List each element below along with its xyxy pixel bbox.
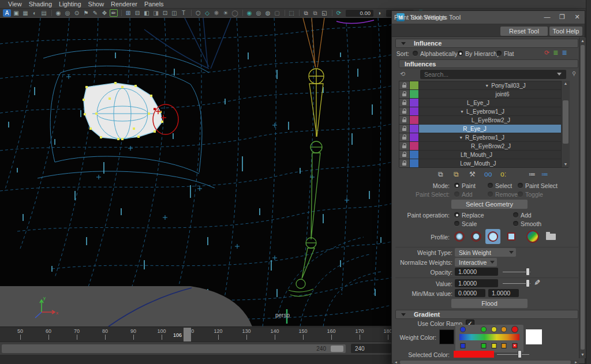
influence-name[interactable]: Lft_Mouth_J (419, 151, 568, 159)
image-plane-icon[interactable]: ✎ (91, 9, 99, 17)
film-gate-icon[interactable]: ⊟ (133, 9, 141, 17)
reset-tool-button[interactable]: Reset Tool (500, 27, 548, 36)
screen-space-ao-icon[interactable]: ◍ (264, 9, 272, 17)
influence-row-joint6[interactable]: joint6 (399, 90, 568, 99)
mode-select-label[interactable]: Select (495, 182, 512, 189)
current-time-indicator[interactable] (184, 328, 191, 342)
lighting-display-icon[interactable]: ▤ (40, 9, 48, 17)
scroll-down-icon[interactable]: ▼ (579, 352, 586, 358)
influence-row-Low_Mouth_J[interactable]: Low_Mouth_J (399, 159, 568, 168)
influence-name[interactable]: ▼R_Eyebrow1_J (419, 133, 568, 141)
mode-paint-select-label[interactable]: Paint Select (525, 182, 558, 189)
sort-alphabetically-radio[interactable] (413, 51, 418, 56)
brush-medium-button[interactable] (469, 229, 484, 244)
paste-weights-icon[interactable]: ⧉ (454, 170, 459, 178)
influence-color-swatch[interactable] (410, 142, 419, 150)
op-add-label[interactable]: Add (521, 212, 532, 219)
textured-display-icon[interactable]: ◐ (31, 9, 39, 17)
scroll-up-icon[interactable]: ▲ (579, 38, 586, 44)
camera-name-label[interactable]: persp (275, 312, 290, 318)
weight-type-dropdown[interactable]: Skin Weight (455, 248, 516, 257)
influence-name[interactable]: ▼L_Eyebrow1_J (419, 107, 568, 115)
lock-toggle[interactable] (399, 81, 410, 89)
sort-flat-radio[interactable] (496, 51, 502, 56)
camera-attributes-icon[interactable]: ⊙ (73, 9, 81, 17)
influence-row-R_Eye_J[interactable]: R_Eye_J (399, 125, 568, 133)
overscan-icon[interactable]: ◱ (320, 9, 328, 17)
menu-shading[interactable]: Shading (29, 1, 52, 7)
op-scale-label[interactable]: Scale (462, 220, 477, 227)
menu-panels[interactable]: Panels (144, 1, 164, 7)
lock-toggle[interactable] (399, 151, 410, 159)
mode-paint-select-radio[interactable] (518, 183, 523, 188)
paint-select-remove-radio[interactable] (488, 192, 493, 197)
use-all-lights-icon[interactable]: ❋ (212, 9, 220, 17)
op-smooth-label[interactable]: Smooth (521, 220, 541, 227)
value-field[interactable]: 1.0000 (455, 279, 498, 287)
ramp-stop-chip[interactable] (492, 344, 496, 348)
paste-layer-icon[interactable]: ⧉ (311, 9, 319, 17)
search-dropdown-arrow-icon[interactable] (557, 73, 562, 76)
grid-icon[interactable]: ⊞ (124, 9, 132, 17)
lock-toggle[interactable] (399, 90, 410, 98)
hammer-weights-icon[interactable]: ⚒ (469, 170, 476, 178)
range-slider-bar[interactable]: 240 (2, 344, 346, 353)
motion-blur-icon[interactable]: ▢ (273, 9, 281, 17)
influence-color-swatch[interactable] (410, 81, 419, 89)
sort-alphabetically-label[interactable]: Alphabetically (420, 50, 458, 57)
op-replace-label[interactable]: Replace (462, 212, 484, 219)
scroll-thumb[interactable] (400, 361, 571, 364)
influence-row-L_Eyebrow1_J[interactable]: ▼L_Eyebrow1_J (399, 107, 568, 116)
op-smooth-radio[interactable] (513, 221, 518, 226)
menu-view[interactable]: View (8, 1, 22, 7)
safe-title-icon[interactable]: T (179, 9, 188, 17)
exposure-field[interactable]: 0.00 (346, 10, 373, 17)
safe-action-icon[interactable]: ◫ (170, 9, 178, 17)
refresh-influences-icon[interactable]: ⟳ (544, 49, 549, 57)
ramp-stop-chip[interactable]: ✕ (513, 344, 517, 348)
op-replace-radio[interactable] (454, 212, 459, 217)
influence-row-R_Eyebrow1_J[interactable]: ▼R_Eyebrow1_J (399, 133, 568, 142)
lock-toggle[interactable] (399, 107, 410, 115)
influence-name[interactable]: R_EyeBrow2_J (419, 142, 568, 150)
lock-toggle[interactable] (399, 99, 410, 107)
viewport-canvas[interactable]: y x (0, 17, 391, 326)
copy-weights-icon[interactable]: ⧉ (438, 170, 443, 178)
color-ramp-widget[interactable]: ✕ (455, 325, 523, 352)
copy-layer-icon[interactable]: ⧉ (302, 9, 310, 17)
panel-horizontal-scrollbar[interactable]: ◄ ► (393, 360, 579, 364)
menu-renderer[interactable]: Renderer (111, 1, 137, 7)
scroll-thumb[interactable] (563, 100, 568, 144)
menu-lighting[interactable]: Lighting (59, 1, 81, 7)
2d-pan-zoom-icon[interactable]: ✥ (100, 9, 109, 17)
scroll-left-icon[interactable]: ◄ (394, 360, 398, 364)
influence-row-Lft_Mouth_J[interactable]: Lft_Mouth_J (399, 151, 568, 159)
influences-list[interactable]: ▼PonyTail03_Jjoint6L_Eye_J▼L_Eyebrow1_JL… (399, 81, 569, 167)
influence-color-swatch[interactable] (410, 125, 419, 133)
expand-icon[interactable]: ▼ (485, 84, 489, 88)
lock-toggle[interactable] (399, 133, 410, 141)
sort-by-hierarchy-label[interactable]: By Hierarchy (465, 50, 500, 57)
isolate-select-icon[interactable]: ⬚ (287, 9, 296, 17)
paint-select-toggle-radio[interactable] (518, 192, 523, 197)
influence-name[interactable]: L_Eye_J (419, 99, 568, 107)
influence-name[interactable]: ▼PonyTail03_J (419, 81, 568, 89)
influence-color-swatch[interactable] (410, 116, 419, 124)
max-color-swatch[interactable] (526, 329, 542, 344)
sort-by-hierarchy-radio[interactable] (458, 51, 463, 56)
selected-color-slider[interactable] (497, 350, 529, 358)
sort-flat-label[interactable]: Flat (504, 50, 514, 57)
influence-name[interactable]: Low_Mouth_J (419, 159, 568, 167)
paste-weights-list-icon[interactable]: ≣ (562, 49, 567, 57)
op-scale-radio[interactable] (454, 221, 459, 226)
maximize-button[interactable]: ❐ (555, 13, 570, 22)
panel-vertical-scrollbar[interactable]: ▲ ▼ (579, 37, 586, 358)
field-chart-icon[interactable]: ⊡ (161, 9, 169, 17)
wireframe-cube-icon[interactable]: ⬡ (194, 9, 202, 17)
selection-highlight-icon[interactable]: A (3, 9, 11, 17)
paint-select-add-radio[interactable] (454, 192, 459, 197)
ramp-stop-chip[interactable] (461, 344, 465, 348)
close-button[interactable]: ✕ (570, 13, 585, 22)
min-value-field[interactable]: 0.0000 (455, 289, 485, 297)
influence-name[interactable]: R_Eye_J (419, 125, 568, 133)
